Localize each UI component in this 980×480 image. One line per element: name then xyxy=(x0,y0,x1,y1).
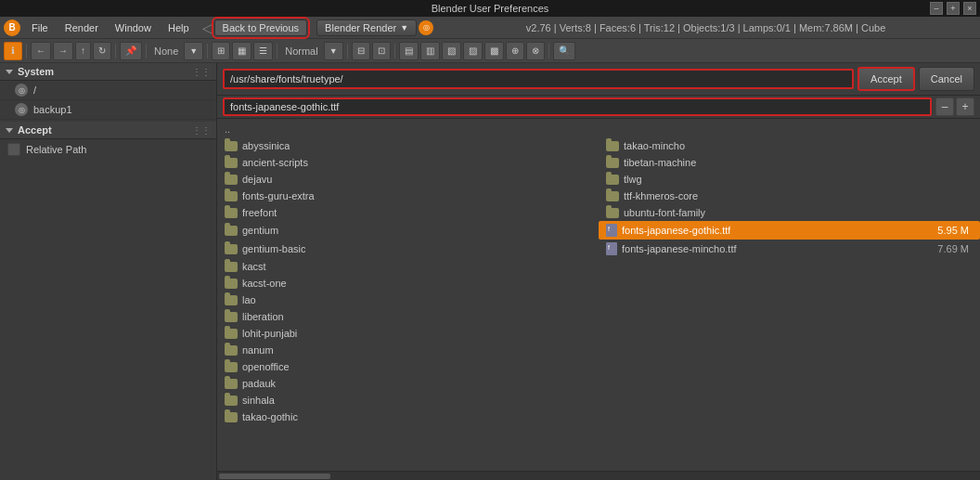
folder-name-freefont: freefont xyxy=(242,207,277,218)
menu-help[interactable]: Help xyxy=(161,20,197,35)
folder-icon xyxy=(606,208,619,218)
window-title: Blender User Preferences xyxy=(432,3,549,14)
display-btn4[interactable]: ▨ xyxy=(463,42,483,60)
view-detail-btn[interactable]: ☰ xyxy=(253,42,273,60)
folder-sinhala[interactable]: sinhala xyxy=(217,392,599,409)
display-btn2[interactable]: ▥ xyxy=(420,42,440,60)
menu-file[interactable]: File xyxy=(24,20,56,35)
folder-icon xyxy=(606,191,619,201)
filename-input[interactable] xyxy=(223,97,932,116)
path-input[interactable] xyxy=(223,69,854,89)
drive-backup-icon: ◎ xyxy=(15,103,28,116)
folder-name-liberation: liberation xyxy=(242,311,284,322)
sidebar-item-backup1[interactable]: ◎ backup1 xyxy=(0,100,216,120)
folder-takao-gothic[interactable]: takao-gothic xyxy=(217,409,599,425)
file-name-fonts-japanese-gothic: fonts-japanese-gothic.ttf xyxy=(622,225,730,236)
zoom-plus-button[interactable]: + xyxy=(956,97,974,116)
nav-right-btn[interactable]: → xyxy=(53,42,73,60)
path-bar: Accept Cancel xyxy=(217,63,980,96)
folder-name-sinhala: sinhala xyxy=(242,395,275,406)
display-btn7[interactable]: ⊗ xyxy=(526,42,545,60)
nav-bookmark-btn[interactable]: 📌 xyxy=(120,42,142,60)
display-btn3[interactable]: ▧ xyxy=(442,42,461,60)
folder-ubuntu-font-family[interactable]: ubuntu-font-family xyxy=(599,204,980,221)
nav-left-btn[interactable]: ← xyxy=(31,42,51,60)
status-text: v2.76 | Verts:8 | Faces:6 | Tris:12 | Ob… xyxy=(435,22,976,33)
cancel-button[interactable]: Cancel xyxy=(919,67,974,91)
folder-icon xyxy=(225,412,238,422)
accept-section-header[interactable]: Accept ⋮⋮ xyxy=(0,122,216,139)
menu-window[interactable]: Window xyxy=(108,20,159,35)
folder-freefont[interactable]: freefont xyxy=(217,204,599,221)
sidebar-item-root[interactable]: ◎ / xyxy=(0,81,216,100)
folder-name-lohit-punjabi: lohit-punjabi xyxy=(242,328,297,339)
relative-path-checkbox[interactable] xyxy=(7,143,20,156)
folder-name-dejavu: dejavu xyxy=(242,174,272,185)
render-engine-label: Blender Render xyxy=(325,22,396,33)
accept-triangle-icon xyxy=(6,128,13,133)
maximize-button[interactable]: + xyxy=(947,2,960,15)
minimize-button[interactable]: – xyxy=(930,2,943,15)
nav-reload-btn[interactable]: ↻ xyxy=(93,42,111,60)
view-list-btn[interactable]: ⊞ xyxy=(212,42,230,60)
folder-dejavu[interactable]: dejavu xyxy=(217,171,599,188)
folder-name-nanum: nanum xyxy=(242,344,274,356)
folder-name-gentium: gentium xyxy=(242,225,278,236)
folder-openoffice[interactable]: openoffice xyxy=(217,358,599,375)
folder-name-tibetan-machine: tibetan-machine xyxy=(624,157,696,168)
filter-btn2[interactable]: ⊡ xyxy=(372,42,391,60)
folder-tlwg[interactable]: tlwg xyxy=(599,171,980,188)
folder-liberation[interactable]: liberation xyxy=(217,308,599,325)
folder-gentium[interactable]: gentium xyxy=(217,221,599,240)
file-fonts-japanese-mincho[interactable]: fonts-japanese-mincho.ttf 7.69 M xyxy=(599,240,980,258)
folder-kacst[interactable]: kacst xyxy=(217,258,599,275)
filter-btn1[interactable]: ⊟ xyxy=(352,42,370,60)
folder-name-gentium-basic: gentium-basic xyxy=(242,243,305,254)
folder-name-ancient-scripts: ancient-scripts xyxy=(242,157,308,168)
folder-ttf-khmeros-core[interactable]: ttf-khmeros-core xyxy=(599,188,980,204)
up-directory-item[interactable]: .. xyxy=(217,121,980,137)
file-list-container: .. abyssinica takao-mincho ancient-scrip… xyxy=(217,119,980,471)
folder-ancient-scripts[interactable]: ancient-scripts xyxy=(217,154,599,171)
horizontal-scrollbar[interactable] xyxy=(217,471,980,480)
folder-tibetan-machine[interactable]: tibetan-machine xyxy=(599,154,980,171)
folder-fonts-guru-extra[interactable]: fonts-guru-extra xyxy=(217,188,599,204)
display-btn5[interactable]: ▩ xyxy=(484,42,504,60)
folder-abyssinica[interactable]: abyssinica xyxy=(217,137,599,154)
file-fonts-japanese-gothic[interactable]: fonts-japanese-gothic.ttf 5.95 M xyxy=(599,221,980,240)
back-to-previous-button[interactable]: Back to Previous xyxy=(214,19,308,36)
folder-padauk[interactable]: padauk xyxy=(217,375,599,392)
view-type-dropdown[interactable]: ▼ xyxy=(184,42,203,60)
folder-icon xyxy=(225,158,238,168)
folder-icon xyxy=(225,312,238,322)
folder-icon xyxy=(225,345,238,356)
content-area: Accept Cancel – + .. abyssinica xyxy=(217,63,980,480)
folder-icon xyxy=(225,175,238,185)
folder-name-kacst: kacst xyxy=(242,261,266,272)
drive-icon: ◎ xyxy=(15,84,28,97)
folder-name-ubuntu-font-family: ubuntu-font-family xyxy=(624,207,705,218)
file-size-fonts-japanese-mincho: 7.69 M xyxy=(937,243,973,254)
toolbar-info-btn[interactable]: ℹ xyxy=(4,42,22,60)
folder-lohit-punjabi[interactable]: lohit-punjabi xyxy=(217,325,599,342)
render-engine-button[interactable]: Blender Render ▼ xyxy=(316,19,417,36)
folder-kacst-one[interactable]: kacst-one xyxy=(217,275,599,292)
menu-render[interactable]: Render xyxy=(58,20,106,35)
zoom-minus-button[interactable]: – xyxy=(935,97,954,116)
system-section-header[interactable]: System ⋮⋮ xyxy=(0,63,216,81)
display-btn1[interactable]: ▤ xyxy=(399,42,419,60)
blender-icon: ◎ xyxy=(419,20,433,35)
search-btn[interactable]: 🔍 xyxy=(553,42,575,60)
accept-button[interactable]: Accept xyxy=(858,67,915,91)
display-btn6[interactable]: ⊕ xyxy=(506,42,524,60)
folder-nanum[interactable]: nanum xyxy=(217,342,599,358)
folder-name-takao-mincho: takao-mincho xyxy=(624,140,685,151)
normal-dropdown[interactable]: ▼ xyxy=(324,42,343,60)
scrollbar-thumb[interactable] xyxy=(219,474,330,479)
view-grid-btn[interactable]: ▦ xyxy=(232,42,251,60)
folder-gentium-basic[interactable]: gentium-basic xyxy=(217,240,599,258)
folder-lao[interactable]: lao xyxy=(217,292,599,308)
nav-up-btn[interactable]: ↑ xyxy=(75,42,91,60)
folder-takao-mincho[interactable]: takao-mincho xyxy=(599,137,980,154)
close-button[interactable]: × xyxy=(963,2,976,15)
